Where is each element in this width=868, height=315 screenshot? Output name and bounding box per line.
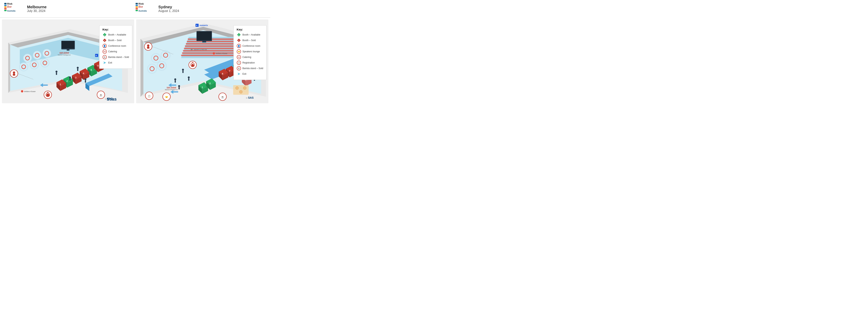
svg-point-25 (30, 61, 39, 69)
melbourne-city: Melbourne (27, 5, 46, 9)
barista-label: Barista stand – Sold (108, 56, 129, 59)
sydney-key-registration: 📋 Registration (237, 61, 263, 65)
svg-text:⊙: ⊙ (246, 97, 248, 99)
svg-point-64 (85, 78, 87, 80)
svg-text:A: A (104, 34, 105, 36)
svg-text:S&P Global: S&P Global (167, 87, 176, 88)
sydney-speakers-label: Speakers lounge (243, 50, 260, 53)
svg-text:SMARTSTREAM: SMARTSTREAM (194, 49, 207, 51)
svg-text:n: n (196, 24, 197, 26)
svg-point-121 (157, 61, 166, 70)
sydney-booth-available-label: Booth – Available (243, 33, 260, 36)
svg-text:S: S (104, 40, 105, 41)
svg-text:Wolters Kluwer: Wolters Kluwer (24, 91, 36, 92)
key-exit: ➤ Exit (102, 61, 129, 65)
sydney-speakers-key-icon: 🤝 (237, 50, 241, 54)
svg-text:7: 7 (229, 70, 230, 72)
key-conference: 👤 Conference room (102, 44, 129, 48)
svg-text:SAS: SAS (107, 97, 113, 100)
melbourne-event-info: Melbourne July 30, 2024 (27, 5, 46, 13)
svg-text:1: 1 (60, 83, 61, 86)
svg-point-163 (188, 76, 190, 78)
svg-text:Market Intelligence: Market Intelligence (165, 89, 178, 91)
sydney-barista-key-icon: ☕ (237, 66, 241, 70)
svg-text:live: live (138, 5, 143, 8)
svg-text:⊙: ⊙ (105, 98, 106, 100)
svg-point-119 (148, 64, 157, 73)
key-booth-sold: S Booth – Sold (102, 38, 129, 42)
svg-rect-74 (13, 74, 15, 76)
svg-text:Wolters Kluwer: Wolters Kluwer (216, 53, 227, 55)
svg-point-115 (151, 54, 161, 63)
sydney-venue: 6 7 5 4 (136, 20, 269, 103)
svg-rect-10 (135, 6, 138, 8)
sydney-key-box: Key: A Booth – Available (234, 25, 267, 80)
sydney-exit-label: Exit (243, 72, 246, 75)
svg-rect-170 (179, 87, 180, 89)
svg-text:2: 2 (66, 80, 68, 82)
key-booth-available: A Booth – Available (102, 33, 129, 37)
sydney-event-info: Sydney August 1, 2024 (158, 5, 179, 13)
key-catering: 🍽 Catering (102, 50, 129, 54)
svg-point-88 (21, 90, 23, 92)
svg-text:🤝: 🤝 (165, 96, 168, 98)
header-row: Risk live Australia Melbourne July 30, 2… (0, 0, 270, 18)
svg-point-117 (161, 51, 170, 60)
svg-rect-3 (4, 8, 6, 9)
svg-point-199 (191, 49, 193, 51)
svg-rect-164 (188, 78, 189, 81)
svg-rect-34 (62, 41, 74, 49)
catering-key-icon: 🍽 (102, 50, 107, 54)
sydney-barista-label: Barista stand – Sold (243, 67, 263, 70)
conference-label: Conference room (108, 44, 126, 47)
svg-rect-0 (4, 3, 6, 4)
sydney-registration-key-icon: 📋 (237, 61, 241, 65)
melbourne-venue: 5 4 3 2 (2, 20, 134, 103)
svg-point-26 (41, 59, 49, 67)
sydney-key-booth-available: A Booth – Available (237, 33, 263, 37)
svg-text:1: 1 (202, 86, 203, 88)
svg-rect-106 (186, 43, 239, 44)
svg-rect-12 (135, 10, 138, 11)
svg-text:Risk: Risk (7, 2, 12, 5)
svg-rect-113 (197, 31, 212, 40)
svg-rect-107 (185, 45, 240, 47)
svg-point-68 (56, 71, 58, 72)
sydney-conference-label: Conference room (243, 44, 260, 47)
exit-label: Exit (108, 61, 112, 64)
svg-text:S: S (238, 40, 240, 41)
sydney-booth-available-key-icon: A (237, 33, 241, 37)
booth-available-key-icon: A (102, 33, 107, 37)
sydney-registration-label: Registration (243, 61, 255, 64)
svg-point-62 (77, 67, 79, 69)
svg-text:☕: ☕ (221, 96, 224, 99)
melbourne-key-box: Key: A Booth – Available (99, 25, 132, 69)
svg-text:📋: 📋 (148, 95, 151, 97)
svg-point-197 (213, 52, 215, 55)
barista-key-icon: ☕ (102, 55, 107, 59)
sydney-date: August 1, 2024 (158, 9, 179, 13)
svg-marker-176 (170, 90, 178, 94)
svg-text:Australia: Australia (7, 10, 16, 12)
svg-rect-9 (135, 5, 138, 6)
svg-point-23 (43, 49, 51, 58)
svg-text:numerix: numerix (200, 24, 208, 26)
sydney-catering-label: Catering (243, 56, 251, 59)
sydney-exit-key-icon: ➤ (237, 72, 241, 76)
melbourne-date: July 30, 2024 (27, 9, 46, 13)
svg-marker-18 (8, 43, 10, 93)
svg-rect-35 (67, 50, 69, 51)
svg-text:n: n (96, 55, 97, 57)
svg-text:5: 5 (91, 69, 92, 71)
sydney-map: 6 7 5 4 (136, 20, 269, 103)
sydney-key-title: Key: (237, 28, 263, 31)
svg-point-24 (20, 63, 28, 71)
booth-sold-key-icon: S (102, 38, 107, 42)
sydney-key-booth-sold: S Booth – Sold (237, 38, 263, 42)
svg-rect-168 (175, 80, 176, 83)
svg-text:2: 2 (209, 82, 211, 85)
svg-point-167 (174, 78, 176, 80)
svg-rect-11 (135, 8, 138, 9)
sydney-city: Sydney (158, 5, 179, 9)
svg-point-161 (182, 69, 184, 71)
